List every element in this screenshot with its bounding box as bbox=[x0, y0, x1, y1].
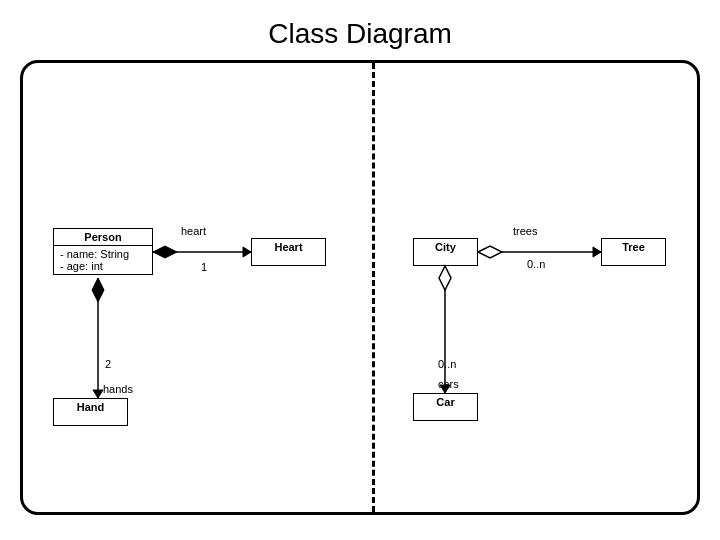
person-box: Person - name: String - age: int bbox=[53, 228, 153, 275]
svg-marker-7 bbox=[478, 246, 502, 258]
heart-title: Heart bbox=[252, 239, 325, 255]
person-attr-1: - name: String bbox=[60, 248, 146, 260]
heart-label: heart bbox=[181, 225, 206, 237]
cars-multiplicity: 0..n bbox=[438, 358, 456, 370]
car-title: Car bbox=[414, 394, 477, 410]
city-title: City bbox=[414, 239, 477, 255]
tree-title: Tree bbox=[602, 239, 665, 255]
diagram-svg bbox=[23, 63, 697, 512]
person-title: Person bbox=[54, 229, 152, 246]
heart-box: Heart bbox=[251, 238, 326, 266]
svg-marker-4 bbox=[92, 278, 104, 302]
person-attr-2: - age: int bbox=[60, 260, 146, 272]
cars-label: cars bbox=[438, 378, 459, 390]
hand-title: Hand bbox=[54, 399, 127, 415]
hands-multiplicity: 2 bbox=[105, 358, 111, 370]
city-box: City bbox=[413, 238, 478, 266]
svg-marker-1 bbox=[153, 246, 177, 258]
person-attributes: - name: String - age: int bbox=[54, 246, 152, 274]
car-box: Car bbox=[413, 393, 478, 421]
hands-label: hands bbox=[103, 383, 133, 395]
trees-label: trees bbox=[513, 225, 537, 237]
svg-marker-8 bbox=[593, 247, 601, 257]
heart-multiplicity: 1 bbox=[201, 261, 207, 273]
svg-marker-2 bbox=[243, 247, 251, 257]
svg-marker-10 bbox=[439, 266, 451, 290]
hand-box: Hand bbox=[53, 398, 128, 426]
page-title: Class Diagram bbox=[268, 18, 452, 50]
diagram-container: Person - name: String - age: int Heart H… bbox=[20, 60, 700, 515]
trees-multiplicity: 0..n bbox=[527, 258, 545, 270]
divider bbox=[372, 63, 375, 512]
svg-marker-5 bbox=[93, 390, 103, 398]
tree-box: Tree bbox=[601, 238, 666, 266]
